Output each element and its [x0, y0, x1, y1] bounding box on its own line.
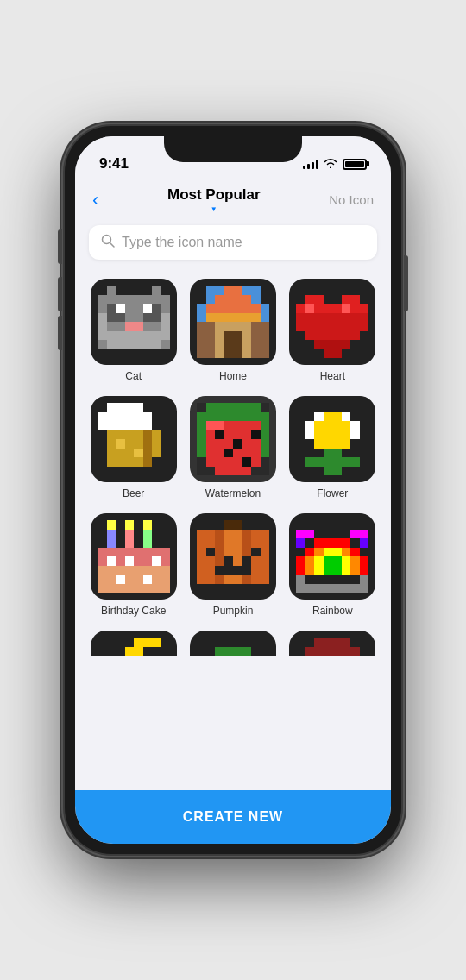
- svg-rect-75: [124, 530, 134, 548]
- signal-icon: [303, 159, 318, 169]
- icon-cell-weekend[interactable]: Weekend: [183, 624, 282, 656]
- icon-cell-football-player[interactable]: Football Player: [283, 624, 382, 656]
- svg-rect-19: [197, 322, 215, 358]
- icon-cell-watermelon[interactable]: Watermelon: [183, 389, 282, 506]
- svg-rect-22: [205, 313, 260, 323]
- svg-rect-53: [215, 467, 251, 476]
- svg-rect-40: [152, 430, 161, 458]
- svg-rect-91: [205, 548, 215, 557]
- svg-rect-59: [205, 421, 224, 430]
- battery-icon: [343, 159, 367, 170]
- svg-rect-82: [116, 575, 125, 584]
- svg-rect-21: [224, 331, 242, 359]
- svg-rect-44: [116, 439, 125, 449]
- svg-rect-108: [314, 556, 324, 575]
- svg-rect-54: [215, 430, 224, 440]
- svg-rect-51: [260, 421, 269, 457]
- svg-rect-98: [296, 575, 305, 584]
- content-area: Cat: [75, 268, 391, 844]
- icon-grid: Cat: [75, 268, 391, 656]
- svg-rect-45: [134, 449, 143, 458]
- no-icon-button[interactable]: No Icon: [329, 192, 374, 207]
- svg-rect-76: [142, 530, 152, 548]
- svg-rect-138: [314, 656, 342, 656]
- svg-rect-9: [124, 322, 142, 331]
- wifi-icon: [324, 158, 337, 171]
- svg-rect-129: [215, 647, 251, 656]
- svg-rect-35: [324, 349, 342, 359]
- icon-cell-beer[interactable]: Beer: [84, 389, 183, 506]
- svg-rect-23: [224, 286, 242, 295]
- svg-rect-94: [224, 556, 233, 566]
- svg-rect-12: [161, 313, 170, 341]
- svg-rect-80: [124, 556, 134, 566]
- svg-rect-24: [215, 295, 251, 305]
- svg-rect-105: [305, 556, 315, 575]
- svg-rect-36: [305, 304, 315, 313]
- svg-rect-48: [205, 403, 260, 412]
- status-time: 9:41: [99, 155, 129, 173]
- svg-rect-27: [305, 295, 324, 305]
- svg-rect-110: [324, 548, 342, 557]
- search-bar[interactable]: Type the icon name: [89, 225, 377, 260]
- svg-rect-33: [305, 331, 360, 341]
- notch: [164, 136, 302, 162]
- svg-rect-32: [296, 322, 368, 331]
- svg-rect-74: [106, 530, 116, 548]
- svg-rect-111: [324, 556, 342, 575]
- svg-rect-58: [242, 457, 251, 467]
- svg-rect-11: [98, 313, 107, 341]
- svg-rect-71: [106, 520, 116, 530]
- svg-rect-42: [106, 403, 142, 412]
- svg-rect-113: [360, 538, 369, 548]
- svg-rect-118: [124, 647, 142, 656]
- phone-shell: 9:41: [65, 126, 401, 854]
- svg-rect-102: [305, 548, 315, 557]
- icon-label-rainbow: Rainbow: [312, 605, 353, 617]
- svg-rect-49: [197, 412, 269, 422]
- svg-rect-104: [314, 538, 350, 548]
- svg-rect-37: [342, 304, 351, 313]
- svg-rect-8: [142, 304, 152, 313]
- phone-screen: 9:41: [75, 136, 391, 844]
- icon-cell-cat[interactable]: Cat: [84, 272, 183, 389]
- icon-cell-lightning[interactable]: Lightning: [84, 624, 183, 656]
- icon-label-watermelon: Watermelon: [205, 487, 261, 499]
- search-input[interactable]: Type the icon name: [122, 235, 242, 250]
- svg-rect-99: [360, 575, 369, 584]
- search-icon: [101, 234, 115, 251]
- icon-cell-rainbow[interactable]: Rainbow: [283, 506, 382, 624]
- icon-label-beer: Beer: [123, 487, 144, 499]
- icon-cell-pumpkin[interactable]: Pumpkin: [183, 506, 282, 624]
- svg-rect-115: [350, 530, 368, 539]
- back-button[interactable]: ‹: [92, 189, 98, 211]
- svg-rect-117: [134, 638, 161, 647]
- svg-rect-85: [224, 520, 242, 530]
- create-new-button[interactable]: CREATE NEW: [75, 790, 391, 844]
- icon-label-birthday-cake: Birthday Cake: [101, 605, 166, 617]
- icon-label-home: Home: [219, 370, 247, 382]
- svg-rect-68: [314, 421, 350, 449]
- svg-rect-46: [142, 430, 152, 467]
- icon-label-heart: Heart: [320, 370, 345, 382]
- icon-cell-flower[interactable]: Flower: [283, 389, 382, 506]
- svg-rect-103: [350, 548, 360, 557]
- svg-rect-114: [296, 530, 314, 539]
- svg-rect-50: [197, 421, 206, 457]
- icon-cell-heart[interactable]: Heart: [283, 272, 382, 389]
- icon-cell-birthday-cake[interactable]: Birthday Cake: [84, 506, 183, 624]
- svg-rect-89: [215, 530, 224, 584]
- svg-rect-57: [224, 449, 233, 458]
- nav-title: Most Popular ▼: [167, 186, 261, 213]
- svg-rect-65: [305, 421, 315, 439]
- svg-rect-109: [342, 556, 351, 575]
- svg-rect-136: [305, 647, 315, 657]
- svg-rect-55: [233, 439, 242, 449]
- svg-rect-28: [342, 295, 360, 305]
- svg-rect-135: [314, 638, 350, 656]
- svg-rect-56: [251, 430, 261, 440]
- svg-rect-66: [350, 421, 360, 439]
- svg-line-1: [110, 243, 115, 248]
- icon-cell-home[interactable]: Home: [183, 272, 282, 389]
- nav-title-arrow: ▼: [211, 205, 217, 213]
